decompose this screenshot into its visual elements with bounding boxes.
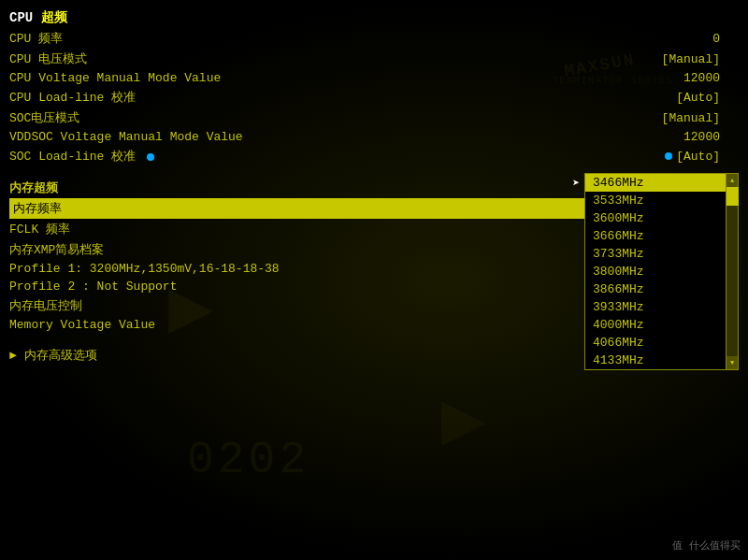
cpu-voltage-manual-label: CPU Voltage Manual Mode Value	[9, 71, 221, 85]
soc-voltage-mode-label: SOC电压模式	[9, 109, 79, 126]
cpu-label-static: CPU	[9, 10, 41, 25]
dropdown-item-4133[interactable]: 4133MHz	[585, 352, 726, 369]
advanced-options-label: 内存高级选项	[24, 347, 97, 364]
cpu-loadline-value: [Auto]	[676, 91, 720, 105]
dropdown-item-3733-label: 3733MHz	[593, 247, 644, 261]
cpu-section-title: CPU 超频	[9, 9, 720, 26]
bottom-right-watermark: 值 什么值得买	[672, 538, 741, 553]
dropdown-item-3466-label: 3466MHz	[593, 176, 644, 190]
cpu-voltage-mode-label: CPU 电压模式	[9, 50, 87, 67]
dropdown-item-4000[interactable]: 4000MHz	[585, 316, 726, 334]
xmp-profile-label: 内存XMP简易档案	[9, 241, 104, 258]
dropdown-item-3666[interactable]: 3666MHz	[585, 227, 726, 245]
dropdown-item-3666-label: 3666MHz	[593, 229, 644, 243]
mouse-cursor-icon: ➤	[572, 176, 580, 191]
scrollbar-up-arrow[interactable]: ▲	[726, 174, 738, 187]
mem-voltage-control-label: 内存电压控制	[9, 297, 82, 314]
cpu-loadline-row[interactable]: CPU Load-line 校准 [Auto]	[9, 87, 720, 108]
dropdown-item-3933-label: 3933MHz	[593, 300, 644, 314]
dropdown-item-3600-label: 3600MHz	[593, 211, 644, 225]
dropdown-item-3600[interactable]: 3600MHz	[585, 209, 726, 227]
cpu-freq-value: 0	[712, 32, 720, 46]
dropdown-item-4000-label: 4000MHz	[593, 318, 644, 332]
cpu-voltage-manual-value: 12000	[683, 71, 720, 85]
soc-loadline-dot2	[665, 152, 672, 160]
vddsoc-voltage-label: VDDSOC Voltage Manual Mode Value	[9, 130, 243, 144]
cpu-voltage-mode-value: [Manual]	[662, 52, 720, 66]
soc-voltage-mode-row[interactable]: SOC电压模式 [Manual]	[9, 108, 720, 128]
dropdown-item-3866[interactable]: 3866MHz	[585, 280, 726, 298]
cpu-freq-label: CPU 频率	[9, 30, 63, 47]
soc-loadline-row[interactable]: SOC Load-line 校准 [Auto]	[9, 146, 720, 166]
scrollbar-thumb[interactable]	[726, 187, 739, 206]
mem-voltage-value-label: Memory Voltage Value	[9, 318, 155, 332]
cpu-voltage-manual-row[interactable]: CPU Voltage Manual Mode Value 12000	[9, 69, 720, 87]
cpu-voltage-mode-row[interactable]: CPU 电压模式 [Manual]	[9, 49, 720, 69]
scrollbar-down-arrow[interactable]: ▼	[726, 356, 738, 369]
soc-loadline-dot	[147, 153, 154, 161]
scroll-up-icon: ▲	[730, 177, 734, 184]
dropdown-item-4066[interactable]: 4066MHz	[585, 334, 726, 352]
vddsoc-voltage-row[interactable]: VDDSOC Voltage Manual Mode Value 12000	[9, 128, 720, 146]
scrollbar-track	[726, 187, 738, 356]
cpu-loadline-label: CPU Load-line 校准	[9, 89, 136, 106]
dropdown-item-3466[interactable]: 3466MHz	[585, 174, 726, 192]
cpu-label-highlight: 超频	[41, 10, 67, 25]
dropdown-item-3733[interactable]: 3733MHz	[585, 245, 726, 263]
dropdown-item-3533-label: 3533MHz	[593, 194, 644, 208]
pointer-triangle-icon: ►	[9, 349, 17, 363]
dropdown-item-3866-label: 3866MHz	[593, 282, 644, 296]
scroll-down-icon: ▼	[730, 359, 734, 366]
soc-loadline-value: [Auto]	[661, 150, 720, 164]
dropdown-item-3933[interactable]: 3933MHz	[585, 298, 726, 316]
vddsoc-voltage-value: 12000	[683, 130, 720, 144]
cpu-freq-row[interactable]: CPU 频率 0	[9, 28, 720, 49]
dropdown-item-4133-label: 4133MHz	[593, 353, 644, 367]
mem-freq-label: 内存频率	[13, 200, 62, 217]
soc-loadline-label: SOC Load-line 校准	[9, 148, 158, 165]
dropdown-item-4066-label: 4066MHz	[593, 336, 644, 350]
freq-dropdown[interactable]: ▲ ▼ 3466MHz 3533MHz 3600MHz 3666MHz	[584, 173, 739, 370]
soc-voltage-mode-value: [Manual]	[662, 111, 720, 125]
fclk-freq-label: FCLK 频率	[9, 221, 70, 237]
dropdown-item-3800[interactable]: 3800MHz	[585, 263, 726, 280]
dropdown-items-container: 3466MHz 3533MHz 3600MHz 3666MHz 3733MHz …	[585, 174, 726, 369]
dropdown-item-3533[interactable]: 3533MHz	[585, 192, 726, 209]
dropdown-item-3800-label: 3800MHz	[593, 265, 644, 279]
